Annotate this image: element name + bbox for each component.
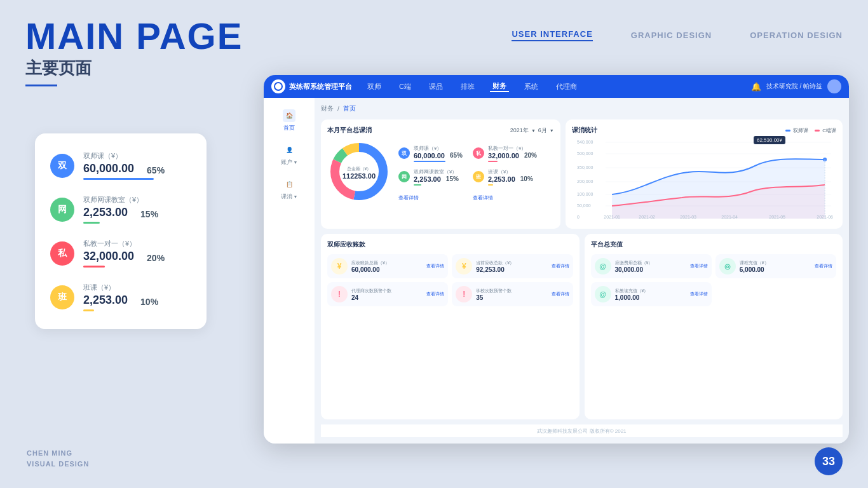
payment-info-2: 当前应收总款（¥） 92,253.00 [476, 260, 547, 273]
db-nav-c[interactable]: C端 [397, 82, 414, 92]
payment-link-school[interactable]: 查看详情 [552, 291, 569, 297]
mini-stat-value-dual: 60,000.00 [414, 152, 445, 159]
date-selector[interactable]: 2021年 ▼ 6月 ▼ [510, 126, 554, 135]
platform-value-private: 1,000.00 [615, 294, 686, 301]
footer-text: 武汉趣师科技发展公司 版权所有© 2021 [537, 428, 626, 435]
svg-text:2021-01: 2021-01 [604, 215, 620, 219]
mini-badge-class: 班 [473, 171, 484, 182]
payment-info-agent: 代理商次数预警个数 24 [351, 288, 423, 301]
stat-item-dual: 双 双师课（¥） 60,000.00 65% [50, 151, 191, 180]
view-details-right[interactable]: 查看详情 [473, 194, 537, 201]
mini-badge-private: 私 [473, 147, 484, 159]
payment-icon-2: ¥ [456, 258, 472, 274]
donut-center: 总金额（¥） 112253.00 [342, 166, 376, 180]
monthly-title: 本月平台总课消 [327, 126, 372, 135]
mini-badge-dual: 双 [398, 147, 410, 159]
stats-columns: 双 双师课（¥） 60,000.00 65% [398, 145, 554, 201]
nav-link-ui[interactable]: USER INTERFACE [512, 29, 592, 41]
payment-icon-symbol-2: ¥ [462, 262, 466, 271]
mini-stat-row-private: 32,000.00 20% [488, 152, 537, 159]
svg-text:350,000: 350,000 [577, 165, 593, 170]
platform-icon-symbol-private: @ [599, 290, 606, 298]
sidebar-label-course: 课消 [281, 193, 292, 201]
db-nav-system[interactable]: 系统 [522, 82, 541, 92]
chart-legend: 双师课 C端课 [785, 127, 836, 134]
svg-text:2021-05: 2021-05 [769, 215, 785, 219]
stat-info-net: 双师网课教室（¥） 2,253.00 15% [83, 195, 191, 224]
mini-stat-value-class: 2,253.00 [488, 175, 515, 183]
chart-tooltip: 62,530.00¥ [754, 136, 785, 144]
payment-item-2: ¥ 当前应收总款（¥） 92,253.00 查看详情 [452, 254, 573, 278]
db-main-content: 财务 / 首页 本月平台总课消 2021年 ▼ 6月 ▼ [315, 98, 849, 444]
mini-stat-pct-private: 20% [524, 152, 537, 159]
stats-col-1: 双 双师课（¥） 60,000.00 65% [398, 145, 463, 201]
payment-label-1: 应收账款总额（¥） [351, 260, 423, 266]
stat-info-private: 私教一对一（¥） 32,000.00 20% [83, 239, 191, 268]
db-nav-agent[interactable]: 代理商 [553, 82, 580, 92]
page-number: 33 [815, 447, 843, 475]
donut-amount: 112253.00 [342, 172, 376, 180]
payment-value-2: 92,253.00 [476, 266, 547, 273]
sidebar-item-account[interactable]: 👤 账户 ▼ [264, 139, 315, 172]
db-avatar [827, 79, 841, 93]
monthly-stats-content: 总金额（¥） 112253.00 双 双师课（¥） [327, 140, 554, 206]
platform-link-private[interactable]: 查看详情 [690, 291, 708, 297]
platform-link-1[interactable]: 查看详情 [690, 263, 708, 269]
page-title-zh: 主要页面 [25, 57, 243, 79]
db-nav-schedule[interactable]: 排班 [458, 82, 477, 92]
month-dropdown-icon: ▼ [550, 128, 554, 133]
nav-link-graphic[interactable]: GRAPHIC DESIGN [631, 30, 712, 40]
svg-text:2021-04: 2021-04 [721, 215, 738, 219]
db-nav-course[interactable]: 课品 [426, 82, 445, 92]
home-icon: 🏠 [283, 109, 295, 122]
mini-stat-dual: 双 双师课（¥） 60,000.00 65% [398, 145, 463, 162]
view-details-left[interactable]: 查看详情 [398, 194, 463, 201]
db-sidebar: 🏠 首页 👤 账户 ▼ 📋 课消 ▼ [264, 98, 315, 444]
platform-link-2[interactable]: 查看详情 [815, 263, 832, 269]
db-nav-finance[interactable]: 财务 [490, 81, 509, 92]
stat-value-private: 32,000.00 [83, 250, 134, 263]
platform-panel: 平台总充值 @ 应缴费用总额（¥） 30,000.00 查看详情 [585, 234, 843, 419]
stats-card: 双 双师课（¥） 60,000.00 65% 网 双师网课教室（¥） 2,253… [35, 133, 207, 329]
line-chart-svg: 540,000 500,000 350,000 200,000 100,000 … [572, 137, 836, 220]
mini-stat-info-private: 私教一对一（¥） 32,000.00 20% [488, 145, 537, 162]
svg-text:100,000: 100,000 [577, 192, 593, 196]
svg-text:540,000: 540,000 [577, 140, 593, 144]
main-title-block: MAIN PAGE 主要页面 [25, 18, 243, 86]
nav-link-operation[interactable]: OPERATION DESIGN [750, 30, 843, 40]
author-name: CHEN MING [27, 448, 89, 459]
breadcrumb-finance: 财务 [321, 104, 334, 113]
bell-icon[interactable]: 🔔 [751, 82, 761, 92]
db-nav-dual[interactable]: 双师 [365, 82, 384, 92]
mini-stat-info-net: 双师网课教室（¥） 2,253.00 15% [414, 168, 463, 186]
db-logo-text: 英练帮系统管理平台 [289, 82, 352, 92]
payment-value-school: 35 [476, 294, 547, 301]
payment-link-1[interactable]: 查看详情 [426, 263, 444, 269]
mini-bar-dual [414, 161, 445, 162]
month-label: 6月 [538, 126, 547, 135]
svg-text:2021-02: 2021-02 [639, 215, 655, 219]
platform-item-1: @ 应缴费用总额（¥） 30,000.00 查看详情 [591, 254, 712, 278]
stats-col-2: 私 私教一对一（¥） 32,000.00 20% [473, 145, 537, 201]
payment-label-2: 当前应收总款（¥） [476, 260, 547, 266]
dual-payments-panel: 双师应收账款 ¥ 应收账款总额（¥） 60,000.00 查看详情 [321, 234, 580, 419]
db-logo-inner [274, 82, 283, 91]
db-topbar: 英练帮系统管理平台 双师 C端 课品 排班 财务 系统 代理商 🔔 技术研究院 … [264, 75, 849, 98]
course-icon: 📋 [283, 178, 295, 191]
platform-label-private: 私教读充值（¥） [615, 288, 686, 294]
stat-value-class: 2,253.00 [83, 294, 128, 307]
payment-link-agent[interactable]: 查看详情 [426, 291, 444, 297]
payment-icon-1: ¥ [331, 258, 348, 274]
sidebar-item-home[interactable]: 🏠 首页 [264, 104, 315, 137]
payment-value-1: 60,000.00 [351, 266, 423, 273]
account-icon: 👤 [283, 144, 295, 156]
sidebar-label-account: 账户 [281, 158, 292, 166]
stat-badge-class: 班 [50, 285, 74, 309]
mini-badge-net: 网 [398, 171, 410, 182]
payment-link-2[interactable]: 查看详情 [552, 263, 569, 269]
platform-info-private: 私教读充值（¥） 1,000.00 [615, 288, 686, 301]
platform-icon-symbol-1: @ [599, 262, 606, 270]
stat-badge-dual: 双 [50, 154, 74, 178]
sidebar-item-course[interactable]: 📋 课消 ▼ [264, 173, 315, 206]
year-dropdown-icon: ▼ [531, 128, 536, 133]
